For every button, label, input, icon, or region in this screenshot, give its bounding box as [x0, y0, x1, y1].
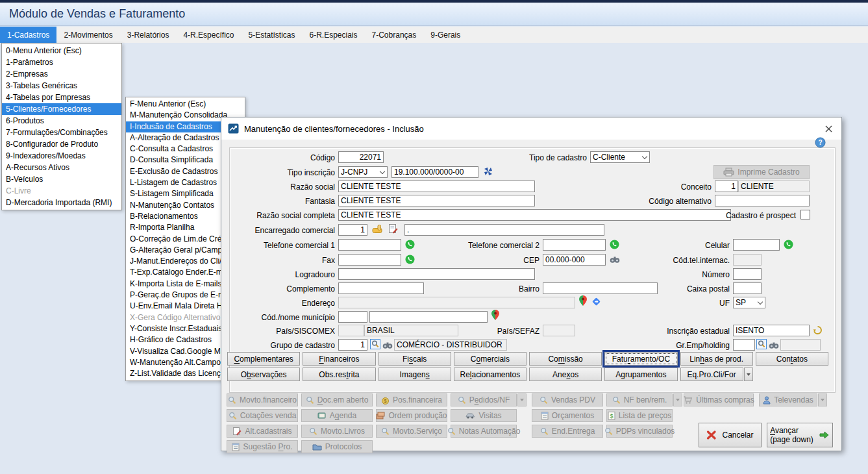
orcamentos-button: Orçamentos [532, 409, 603, 422]
grupo-cadastro-code-field[interactable]: 1 [338, 339, 367, 351]
search-icon[interactable] [370, 339, 380, 349]
tab-relacionamentos[interactable]: Relacionamentos [454, 368, 527, 381]
menubar-item-cobrancas[interactable]: 7-Cobranças [365, 27, 424, 43]
gr-emp-holding-field[interactable] [733, 339, 755, 351]
numero-field[interactable] [733, 268, 762, 280]
menu-item[interactable]: D-Mercadoria Importada (RMI) [2, 197, 121, 208]
map-pin-icon[interactable] [491, 310, 499, 320]
tipo-cadastro-value: C-Cliente [591, 152, 639, 162]
cnpj-field[interactable]: 19.100.000/0000-00 [391, 166, 478, 178]
tab-anexos[interactable]: Anexos [529, 368, 602, 381]
codigo-field[interactable]: 22071 [338, 151, 384, 163]
button-label: Movto.Livros [321, 427, 365, 436]
menu-item[interactable]: 8-Configurador de Produto [2, 138, 121, 150]
menubar-item-r-especiais[interactable]: 6-R.Especiais [303, 27, 365, 43]
celular-field[interactable] [733, 239, 780, 251]
cnpj-validate-icon[interactable] [484, 167, 493, 176]
menu-item-clientes-fornecedores[interactable]: 5-Clientes/Fornecedores [2, 103, 121, 115]
refresh-icon[interactable] [813, 325, 823, 335]
menubar-item-cadastros[interactable]: 1-Cadastros [0, 27, 56, 43]
whatsapp-icon[interactable] [784, 240, 793, 249]
bairro-label: Bairro [436, 284, 539, 294]
encarregado-name-field[interactable]: . [404, 224, 604, 236]
cep-field[interactable]: 00.000-000 [543, 254, 606, 266]
menu-item[interactable]: 9-Indexadores/Moedas [2, 150, 121, 162]
tab-comissao[interactable]: Comissão [529, 352, 602, 366]
menu-item-disabled: C-Livre [2, 185, 121, 197]
binoculars-icon[interactable] [769, 341, 779, 349]
pos-financeira-button: $ Pos.financeira [376, 393, 447, 406]
razao-completa-field[interactable]: CLIENTE TESTE [338, 209, 731, 221]
tab-eq-pro-cli-for[interactable]: Eq.Pro.Cli/For [680, 368, 743, 381]
menu-item[interactable]: F-Menu Anterior (Esc) [126, 99, 245, 110]
tab-agrupamentos[interactable]: Agrupamentos [604, 368, 677, 381]
button-label: End.Entrega [552, 427, 595, 436]
fax-field[interactable] [338, 254, 401, 266]
map-pin-icon[interactable] [579, 295, 587, 306]
tipo-inscricao-select[interactable]: J-CNPJ [338, 166, 388, 178]
whatsapp-icon[interactable] [405, 255, 415, 264]
pdps-vinculados-button: PDPs vinculados [606, 425, 673, 438]
conceito-code-field[interactable]: 1 [715, 181, 738, 192]
logradouro-field[interactable] [338, 268, 535, 280]
search-icon [604, 427, 613, 436]
binoculars-icon[interactable] [382, 341, 393, 349]
menu-item[interactable]: 1-Parâmetros [2, 56, 121, 68]
tab-faturamento-oc[interactable]: Faturamento/OC [604, 352, 677, 366]
prospect-checkbox[interactable] [800, 210, 810, 219]
button-label: Últimas compras [696, 395, 754, 405]
close-icon[interactable] [822, 122, 835, 135]
menu-item[interactable]: 7-Formulações/Combinações [2, 127, 121, 138]
tel2-field[interactable] [543, 239, 606, 251]
menu-item[interactable]: 4-Tabelas por Empresas [2, 92, 121, 103]
menu-item[interactable]: 0-Menu Anterior (Esc) [2, 45, 121, 56]
tab-obs-restrita[interactable]: Obs.restrita [303, 368, 375, 381]
tab-financeiros[interactable]: Financeiros [303, 352, 375, 366]
tab-contatos[interactable]: Contatos [756, 352, 828, 366]
fantasia-field[interactable]: CLIENTE TESTE [338, 195, 535, 206]
tab-linhas-de-prod[interactable]: Linhas de prod. [680, 352, 753, 366]
tel1-field[interactable] [338, 239, 401, 251]
municipio-name-field[interactable] [369, 311, 488, 323]
menu-item[interactable]: A-Recursos Ativos [2, 162, 121, 173]
caixa-postal-field[interactable] [733, 282, 762, 294]
codigo-alternativo-field[interactable] [715, 195, 810, 206]
whatsapp-icon[interactable] [405, 240, 415, 249]
whatsapp-icon[interactable] [610, 240, 619, 249]
razao-social-field[interactable]: CLIENTE TESTE [338, 181, 535, 192]
menu-item[interactable]: 3-Tabelas Genéricas [2, 80, 121, 92]
tab-complementares[interactable]: Complementares [227, 352, 300, 366]
search-icon[interactable] [756, 339, 767, 349]
directions-icon[interactable] [591, 297, 601, 306]
edit-contact-icon[interactable] [388, 223, 398, 234]
tab-observacoes[interactable]: Observações [227, 368, 300, 381]
tipo-cadastro-label: Tipo de cadastro [501, 153, 587, 163]
help-icon[interactable]: ? [815, 137, 826, 148]
tab-comerciais[interactable]: Comerciais [454, 352, 527, 366]
inscricao-estadual-field[interactable]: ISENTO [733, 325, 810, 336]
municipio-code-field[interactable] [338, 311, 367, 323]
menubar-item-gerais[interactable]: 9-Gerais [423, 27, 467, 43]
uf-select[interactable]: SP [733, 297, 765, 308]
menubar-item-estatisticas[interactable]: 5-Estatísticas [241, 27, 302, 43]
fax-label: Fax [234, 255, 335, 266]
binoculars-icon[interactable] [610, 255, 620, 264]
hand-pick-icon[interactable] [372, 224, 383, 234]
menu-item[interactable]: B-Veículos [2, 173, 121, 185]
eq-pro-dropdown-icon[interactable] [744, 368, 753, 381]
tipo-cadastro-select[interactable]: C-Cliente [590, 151, 650, 163]
imprime-cadastro-button: Imprime Cadastro [713, 165, 810, 179]
menu-item[interactable]: 6-Produtos [2, 115, 121, 127]
complemento-field[interactable] [338, 282, 424, 294]
menubar-item-relatorios[interactable]: 3-Relatórios [120, 27, 177, 43]
menu-item[interactable]: 2-Empresas [2, 68, 121, 80]
tab-fiscais[interactable]: Fiscais [378, 352, 451, 366]
menubar-item-r-especifico[interactable]: 4-R.Específico [176, 27, 241, 43]
tab-imagens[interactable]: Imagens [378, 368, 451, 381]
advance-button[interactable]: Avançar (page down) [767, 423, 833, 447]
fantasia-label: Fantasia [234, 196, 335, 206]
cancel-button[interactable]: Cancelar [699, 423, 762, 447]
menubar-item-movimentos[interactable]: 2-Movimentos [56, 27, 119, 43]
advance-label: Avançar [770, 426, 799, 435]
encarregado-code-field[interactable]: 1 [338, 224, 367, 236]
